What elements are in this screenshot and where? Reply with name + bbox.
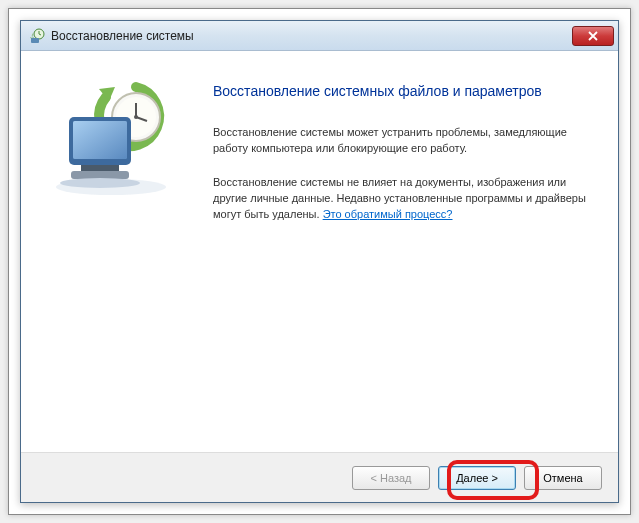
- restore-illustration: [41, 79, 181, 199]
- wizard-button-bar: < Назад Далее > Отмена: [21, 452, 618, 502]
- next-button[interactable]: Далее >: [438, 466, 516, 490]
- system-restore-window: Восстановление системы: [20, 20, 619, 503]
- svg-rect-10: [73, 121, 127, 159]
- left-pane: [21, 51, 203, 452]
- window-title: Восстановление системы: [51, 29, 572, 43]
- reversible-process-link[interactable]: Это обратимый процесс?: [323, 208, 453, 220]
- right-pane: Восстановление системных файлов и параме…: [203, 51, 618, 452]
- close-icon: [588, 31, 598, 41]
- titlebar[interactable]: Восстановление системы: [21, 21, 618, 51]
- svg-rect-1: [31, 38, 39, 43]
- svg-rect-12: [71, 171, 129, 179]
- svg-rect-11: [81, 165, 119, 171]
- cancel-button[interactable]: Отмена: [524, 466, 602, 490]
- wizard-content: Восстановление системных файлов и параме…: [21, 51, 618, 452]
- page-heading: Восстановление системных файлов и параме…: [213, 83, 588, 99]
- svg-point-7: [134, 115, 138, 119]
- back-button: < Назад: [352, 466, 430, 490]
- svg-point-13: [60, 178, 140, 188]
- description-paragraph-2: Восстановление системы не влияет на доку…: [213, 175, 588, 223]
- close-button[interactable]: [572, 26, 614, 46]
- description-paragraph-1: Восстановление системы может устранить п…: [213, 125, 588, 157]
- system-restore-icon: [29, 28, 45, 44]
